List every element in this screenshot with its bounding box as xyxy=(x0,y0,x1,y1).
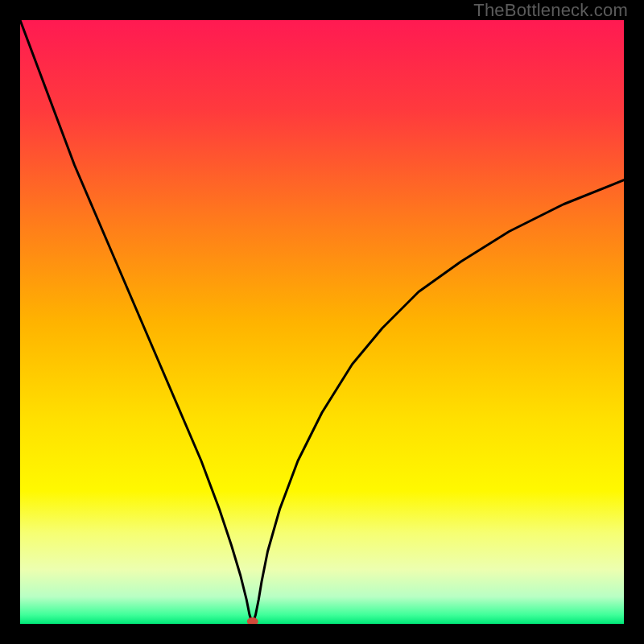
gradient-background xyxy=(20,20,624,624)
plot-area xyxy=(20,20,624,624)
chart-frame: TheBottleneck.com xyxy=(0,0,644,644)
bottleneck-chart xyxy=(20,20,624,624)
watermark-label: TheBottleneck.com xyxy=(473,0,628,21)
